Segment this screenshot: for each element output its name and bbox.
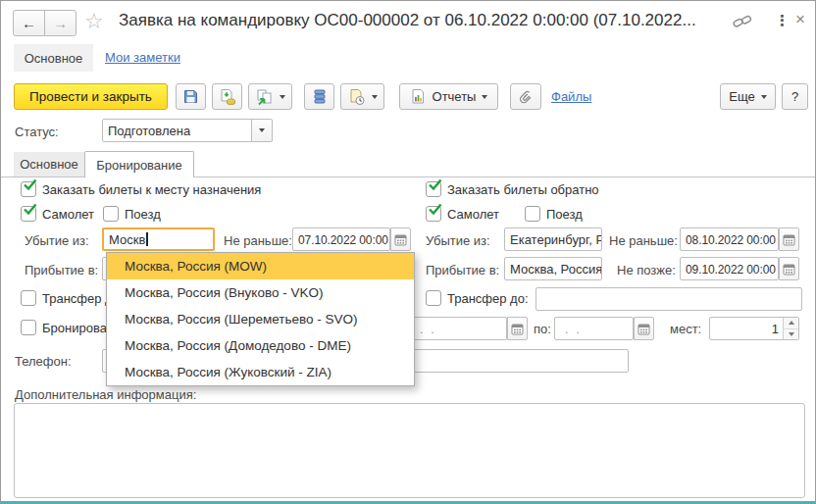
attachments-button[interactable] bbox=[510, 83, 541, 110]
additional-info-textarea[interactable] bbox=[14, 403, 805, 498]
hotel-to-label: по: bbox=[534, 322, 551, 336]
calendar-icon bbox=[638, 323, 650, 335]
additional-info-label: Дополнительная информация: bbox=[15, 387, 196, 402]
status-combobox[interactable]: Подготовлена bbox=[102, 119, 252, 142]
files-link[interactable]: Файлы bbox=[551, 89, 591, 104]
back-button[interactable]: ← bbox=[13, 10, 45, 36]
more-actions-button[interactable]: Еще bbox=[720, 83, 776, 110]
help-button[interactable]: ? bbox=[782, 83, 808, 110]
hotel-seats-field: 1 bbox=[709, 317, 799, 340]
return-arrive-input[interactable]: Москва, Россия ( bbox=[504, 257, 602, 280]
create-based-on-button[interactable] bbox=[248, 83, 292, 110]
outbound-depart-label: Убытие из: bbox=[25, 233, 89, 248]
city-option[interactable]: Москва, Россия (Шереметьево - SVO) bbox=[107, 306, 414, 332]
return-order-tickets-label: Заказать билеты обратно bbox=[447, 182, 599, 197]
return-not-later-calendar-button[interactable] bbox=[779, 257, 799, 280]
create-based-on-icon bbox=[256, 88, 274, 106]
return-not-later-label: Не позже: bbox=[617, 263, 676, 277]
outbound-arrive-label: Прибытие в: bbox=[25, 263, 98, 277]
paperclip-icon bbox=[518, 89, 534, 105]
city-option[interactable]: Москва, Россия (Жуковский - ZIA) bbox=[107, 359, 414, 385]
return-plane-checkbox[interactable] bbox=[426, 206, 441, 222]
hotel-seats-spinner[interactable] bbox=[783, 318, 798, 339]
dropdown-caret-icon bbox=[482, 95, 487, 99]
text-cursor bbox=[146, 232, 148, 246]
forward-arrow-icon: → bbox=[53, 15, 68, 31]
return-arrive-label: Прибытие в: bbox=[426, 263, 499, 277]
return-transfer-label: Трансфер до: bbox=[447, 291, 529, 306]
calendar-icon bbox=[783, 263, 795, 276]
city-option[interactable]: Москва, Россия (Домодедово - DME) bbox=[107, 332, 414, 359]
register-records-icon bbox=[312, 88, 328, 105]
back-arrow-icon: ← bbox=[22, 15, 36, 31]
return-plane-label: Самолет bbox=[447, 207, 499, 222]
return-not-later-input[interactable]: 09.10.2022 00:00 bbox=[680, 257, 779, 280]
calendar-icon bbox=[394, 233, 407, 246]
hotel-booking-checkbox[interactable] bbox=[21, 320, 36, 335]
more-menu-icon[interactable]: ⋮ bbox=[775, 12, 790, 29]
return-not-earlier-input[interactable]: 08.10.2022 00:00 bbox=[680, 227, 779, 251]
return-train-checkbox[interactable] bbox=[525, 206, 540, 222]
spin-down-button[interactable] bbox=[784, 329, 798, 340]
return-depart-input[interactable]: Екатеринбург, Р bbox=[504, 227, 602, 251]
spin-up-button[interactable] bbox=[784, 318, 798, 329]
return-order-tickets-checkbox[interactable] bbox=[426, 181, 441, 197]
tab-basic[interactable]: Основное bbox=[14, 152, 84, 176]
reports-button[interactable]: Отчеты bbox=[399, 83, 498, 110]
my-notes-link[interactable]: Мои заметки bbox=[105, 50, 180, 65]
status-label: Статус: bbox=[15, 125, 59, 139]
register-records-button[interactable] bbox=[304, 83, 334, 110]
document-journal-button[interactable] bbox=[340, 83, 384, 110]
outbound-transfer-checkbox[interactable] bbox=[21, 290, 36, 306]
post-document-icon bbox=[219, 88, 236, 106]
check-icon bbox=[428, 203, 442, 216]
hotel-seats-input[interactable]: 1 bbox=[710, 318, 783, 339]
city-option[interactable]: Москва, Россия (Внуково - VKO) bbox=[107, 279, 414, 306]
return-train-label: Поезд bbox=[546, 207, 583, 222]
phone-label: Телефон: bbox=[15, 354, 72, 369]
save-icon bbox=[182, 88, 199, 105]
city-suggestions-dropdown: Москва, Россия (MOW) Москва, Россия (Вну… bbox=[106, 252, 415, 386]
outbound-not-earlier-input[interactable]: 07.10.2022 00:00 bbox=[292, 227, 390, 251]
check-icon bbox=[23, 203, 37, 216]
return-transfer-checkbox[interactable] bbox=[426, 290, 441, 306]
close-icon[interactable]: × bbox=[795, 10, 805, 29]
hotel-seats-label: мест: bbox=[670, 322, 701, 336]
get-link-icon[interactable] bbox=[733, 14, 752, 33]
city-option[interactable]: Москва, Россия (MOW) bbox=[107, 253, 414, 279]
report-chart-icon bbox=[410, 88, 427, 105]
favorites-star-icon[interactable]: ☆ bbox=[84, 9, 104, 34]
check-icon bbox=[428, 178, 442, 191]
check-icon bbox=[23, 178, 37, 191]
chevron-down-icon bbox=[789, 332, 794, 336]
forward-button[interactable]: → bbox=[44, 10, 76, 36]
hotel-to-calendar-button[interactable] bbox=[634, 317, 654, 340]
status-dropdown-button[interactable] bbox=[251, 119, 273, 142]
outbound-train-checkbox[interactable] bbox=[103, 206, 119, 222]
tab-booking[interactable]: Бронирование bbox=[84, 151, 194, 177]
outbound-plane-label: Самолет bbox=[42, 207, 94, 222]
nav-tab-main[interactable]: Основное bbox=[14, 44, 93, 72]
outbound-order-tickets-checkbox[interactable] bbox=[21, 181, 36, 197]
window-title: Заявка на командировку ОС00-000002 от 06… bbox=[119, 11, 696, 30]
outbound-not-earlier-calendar-button[interactable] bbox=[390, 227, 411, 251]
dropdown-caret-icon bbox=[372, 95, 378, 99]
outbound-depart-input[interactable]: Москв bbox=[102, 227, 215, 251]
hotel-to-date-input[interactable]: . . bbox=[554, 317, 634, 340]
post-document-button[interactable] bbox=[212, 83, 242, 110]
calendar-icon bbox=[511, 323, 524, 335]
return-transfer-input[interactable] bbox=[536, 287, 802, 311]
post-and-close-button[interactable]: Провести и закрыть bbox=[14, 83, 168, 110]
save-button[interactable] bbox=[176, 83, 206, 110]
dropdown-caret-icon bbox=[761, 95, 767, 99]
hotel-from-calendar-button[interactable] bbox=[507, 317, 528, 340]
return-depart-label: Убытие из: bbox=[426, 233, 490, 248]
return-not-earlier-label: Не раньше: bbox=[609, 233, 678, 248]
outbound-not-earlier-label: Не раньше: bbox=[224, 233, 292, 248]
calendar-icon bbox=[783, 233, 795, 246]
outbound-plane-checkbox[interactable] bbox=[21, 206, 36, 222]
outbound-train-label: Поезд bbox=[125, 207, 161, 222]
chevron-up-icon bbox=[789, 321, 794, 325]
return-not-earlier-calendar-button[interactable] bbox=[779, 227, 799, 251]
outbound-order-tickets-label: Заказать билеты к месту назначения bbox=[42, 182, 261, 197]
